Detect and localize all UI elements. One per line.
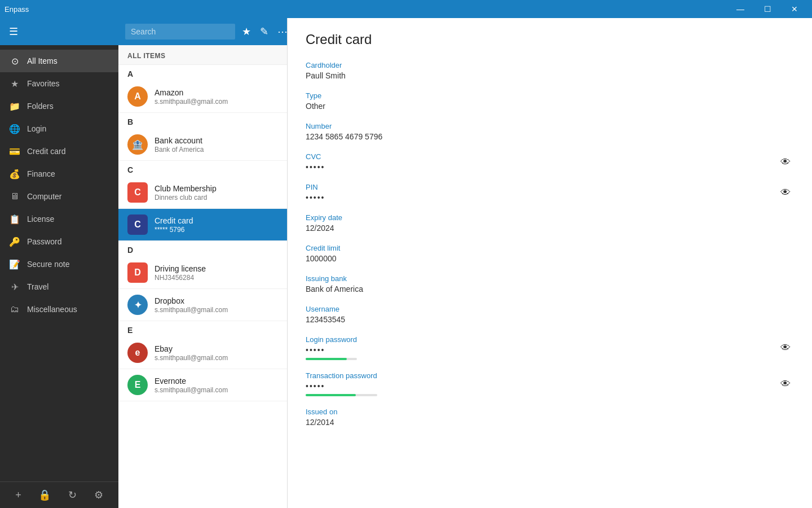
sidebar-item-travel[interactable]: ✈ Travel <box>0 275 118 298</box>
sidebar-icon-login: 🌐 <box>9 123 20 134</box>
sidebar-icon-folders: 📁 <box>9 100 20 112</box>
sidebar-item-folders[interactable]: 📁 Folders <box>0 95 118 117</box>
sidebar-nav: ⊙ All Items ★ Favorites 📁 Folders 🌐 Logi… <box>0 45 118 481</box>
sidebar-item-favorites[interactable]: ★ Favorites <box>0 72 118 95</box>
list-item-amazon[interactable]: A Amazon s.smithpaull@gmail.com <box>118 81 287 113</box>
field-left-pin: PIN ••••• <box>306 183 325 202</box>
field-label-type: Type <box>306 91 794 100</box>
sidebar-label-favorites: Favorites <box>27 79 60 88</box>
field-value-credit-limit: 1000000 <box>306 254 794 263</box>
list-item-evernote[interactable]: E Evernote s.smithpaull@gmail.com <box>118 369 287 401</box>
sidebar-header: ☰ <box>0 18 118 45</box>
field-left-login-password: Login password ••••• <box>306 335 357 360</box>
sidebar-item-license[interactable]: 📋 License <box>0 208 118 230</box>
sidebar-icon-travel: ✈ <box>9 281 20 292</box>
item-name-driving-license: Driving license <box>155 264 278 273</box>
search-input[interactable] <box>125 24 235 40</box>
list-item-dropbox[interactable]: ✦ Dropbox s.smithpaull@gmail.com <box>118 289 287 321</box>
minimize-button[interactable]: — <box>727 0 753 18</box>
sidebar-label-folders: Folders <box>27 102 54 111</box>
sidebar-item-all-items[interactable]: ⊙ All Items <box>0 50 118 72</box>
field-value-number: 1234 5865 4679 5796 <box>306 132 794 141</box>
sidebar-label-finance: Finance <box>27 169 55 178</box>
field-row-transaction-password: Transaction password ••••• 👁 <box>306 371 794 396</box>
avatar-credit-card: C <box>127 214 148 235</box>
field-value-cvc: ••••• <box>306 163 325 172</box>
field-value-username: 123453545 <box>306 315 794 324</box>
sidebar-item-password[interactable]: 🔑 Password <box>0 230 118 253</box>
avatar-ebay: e <box>127 343 148 363</box>
avatar-bank-account: 🏦 <box>127 134 148 155</box>
header-actions: ★ ✎ ⋯ <box>240 23 290 40</box>
toggle-visibility-cvc[interactable]: 👁 <box>777 155 794 169</box>
alpha-label-A: A <box>118 65 287 81</box>
sidebar-item-miscellaneous[interactable]: 🗂 Miscellaneous <box>0 298 118 321</box>
item-name-amazon: Amazon <box>155 88 278 97</box>
field-row-cvc: CVC ••••• 👁 <box>306 152 794 172</box>
edit-button[interactable]: ✎ <box>258 23 271 40</box>
sidebar-icon-all-items: ⊙ <box>9 55 20 67</box>
star-button[interactable]: ★ <box>240 23 253 40</box>
add-button[interactable]: + <box>15 489 21 501</box>
lock-button[interactable]: 🔒 <box>38 489 51 501</box>
hamburger-icon[interactable]: ☰ <box>9 25 18 38</box>
field-label-issuing-bank: Issuing bank <box>306 274 794 283</box>
detail-fields: Cardholder Paull Smith Type Other Number… <box>306 61 794 427</box>
list-item-driving-license[interactable]: D Driving license NHJ3456284 <box>118 257 287 289</box>
sidebar-item-computer[interactable]: 🖥 Computer <box>0 185 118 208</box>
close-button[interactable]: ✕ <box>782 0 807 18</box>
item-sub-driving-license: NHJ3456284 <box>155 274 278 282</box>
sidebar-item-credit-card[interactable]: 💳 Credit card <box>0 140 118 163</box>
field-group-issued-on: Issued on 12/2014 <box>306 408 794 427</box>
list-header: ALL ITEMS <box>118 45 287 65</box>
item-name-bank-account: Bank account <box>155 136 278 145</box>
sidebar-label-login: Login <box>27 124 46 133</box>
sidebar-item-secure-note[interactable]: 📝 Secure note <box>0 253 118 275</box>
settings-button[interactable]: ⚙ <box>94 489 103 501</box>
avatar-evernote: E <box>127 375 148 395</box>
field-label-login-password: Login password <box>306 335 357 344</box>
sidebar-icon-finance: 💰 <box>9 168 20 179</box>
sidebar-label-secure-note: Secure note <box>27 260 70 269</box>
sidebar-icon-computer: 🖥 <box>9 191 20 202</box>
list-panel: ★ ✎ ⋯ ALL ITEMS A A Amazon s.smithpaull@… <box>118 18 288 508</box>
field-label-issued-on: Issued on <box>306 408 794 416</box>
sidebar-label-license: License <box>27 214 54 224</box>
sidebar: ☰ ⊙ All Items ★ Favorites 📁 Folders 🌐 Lo… <box>0 18 118 508</box>
item-sub-amazon: s.smithpaull@gmail.com <box>155 98 278 106</box>
list-item-ebay[interactable]: e Ebay s.smithpaull@gmail.com <box>118 337 287 369</box>
toggle-visibility-pin[interactable]: 👁 <box>777 186 794 200</box>
sidebar-icon-favorites: ★ <box>9 78 20 89</box>
item-sub-bank-account: Bank of America <box>155 146 278 154</box>
toggle-visibility-login-password[interactable]: 👁 <box>777 341 794 355</box>
search-bar: ★ ✎ ⋯ <box>118 18 287 45</box>
toggle-visibility-transaction-password[interactable]: 👁 <box>777 377 794 391</box>
field-label-username: Username <box>306 305 794 313</box>
list-item-club-membership[interactable]: C Club Membership Dinners club card <box>118 177 287 209</box>
alpha-label-D: D <box>118 241 287 257</box>
item-sub-dropbox: s.smithpaull@gmail.com <box>155 306 278 314</box>
avatar-driving-license: D <box>127 262 148 283</box>
sync-button[interactable]: ↻ <box>68 489 77 501</box>
list-item-bank-account[interactable]: 🏦 Bank account Bank of America <box>118 129 287 161</box>
app-title: Enpass <box>5 5 29 14</box>
field-value-expiry-date: 12/2024 <box>306 224 794 233</box>
field-value-pin: ••••• <box>306 193 325 202</box>
titlebar-controls: — ☐ ✕ <box>727 0 807 18</box>
sidebar-footer: + 🔒 ↻ ⚙ <box>0 481 118 508</box>
titlebar: Enpass — ☐ ✕ <box>0 0 812 18</box>
field-label-expiry-date: Expiry date <box>306 213 794 222</box>
maximize-button[interactable]: ☐ <box>754 0 780 18</box>
list-item-credit-card[interactable]: C Credit card ***** 5796 <box>118 209 287 241</box>
titlebar-left: Enpass <box>5 5 29 14</box>
item-info-ebay: Ebay s.smithpaull@gmail.com <box>155 344 278 362</box>
item-info-dropbox: Dropbox s.smithpaull@gmail.com <box>155 296 278 314</box>
avatar-amazon: A <box>127 86 148 107</box>
field-label-number: Number <box>306 122 794 130</box>
field-value-issued-on: 12/2014 <box>306 418 794 427</box>
sidebar-item-login[interactable]: 🌐 Login <box>0 117 118 140</box>
list-content: A A Amazon s.smithpaull@gmail.com B 🏦 Ba… <box>118 65 287 508</box>
sidebar-item-finance[interactable]: 💰 Finance <box>0 163 118 185</box>
field-group-cardholder: Cardholder Paull Smith <box>306 61 794 80</box>
alpha-label-E: E <box>118 321 287 337</box>
